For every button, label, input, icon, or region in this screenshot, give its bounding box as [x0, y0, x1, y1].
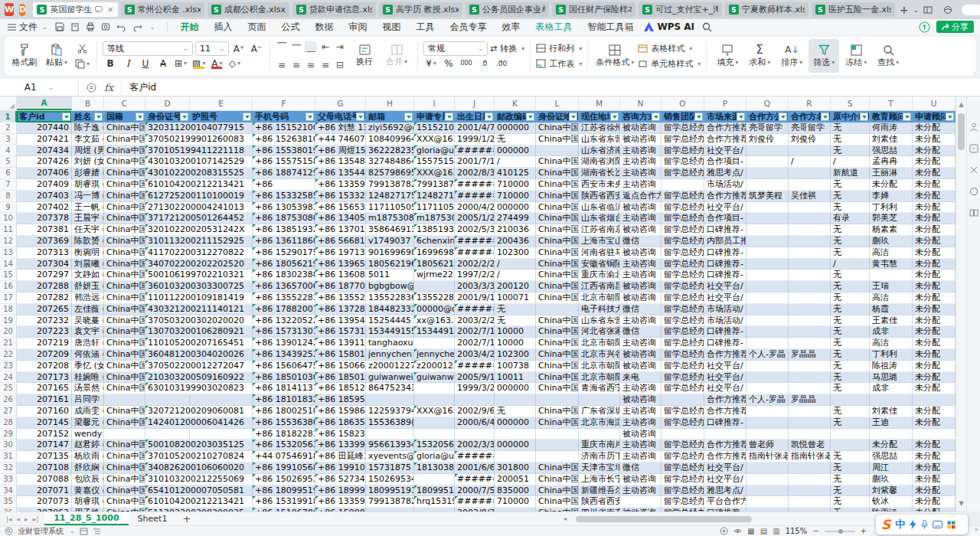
row-number[interactable]: 29 — [0, 429, 17, 440]
rows-columns-button[interactable]: 行和列▾ — [536, 41, 582, 56]
filter-dropdown-icon[interactable] — [305, 113, 314, 121]
grid-cell[interactable]: China中国 — [536, 338, 579, 349]
grid-cell[interactable]: 主动咨询 — [620, 145, 662, 157]
grid-cell[interactable] — [746, 213, 789, 224]
grid-cell[interactable]: 高洁 — [870, 293, 913, 304]
grid-cell[interactable] — [746, 406, 789, 417]
grid-cell[interactable]: 360103200303300725 — [145, 281, 190, 293]
grid-cell[interactable] — [746, 361, 789, 372]
grid-cell[interactable]: +86 15536380 — [253, 417, 315, 429]
grid-cell[interactable]: 799138782 — [414, 179, 455, 191]
grid-cell[interactable] — [579, 394, 620, 406]
currency-icon[interactable]: ¥▾ — [423, 56, 439, 70]
grid-cell[interactable]: 10000 — [495, 326, 536, 338]
decrease-decimal-icon[interactable]: .0⃗0 — [494, 56, 509, 70]
grid-cell[interactable]: +86 1580156591 — [315, 349, 366, 361]
grid-cell[interactable]: 710000 — [495, 496, 536, 508]
layout-mode-icon[interactable] — [922, 4, 934, 16]
row-number[interactable]: 13 — [0, 247, 17, 259]
grid-cell[interactable]: +86 15026953 — [253, 474, 315, 485]
grid-cell[interactable]: 天津市宝坻 — [579, 462, 620, 474]
grid-cell[interactable]: 留学总经办 — [662, 191, 704, 202]
grid-cell[interactable] — [746, 281, 789, 293]
grid-cell[interactable] — [145, 429, 190, 440]
grid-cell[interactable]: +86 1533258500 — [315, 191, 366, 202]
grid-cell[interactable]: China中国 — [536, 202, 579, 214]
grid-cell[interactable]: 2003/2/2 — [455, 315, 495, 327]
table-style-button[interactable]: 表格样式▾ — [638, 41, 701, 56]
grid-cell[interactable]: 未分配 — [913, 496, 956, 508]
grid-cell[interactable]: China中国 — [104, 168, 145, 179]
grid-cell[interactable]: 被动咨询 — [620, 429, 662, 440]
grid-cell[interactable]: 彭睿婧 (女 — [72, 168, 104, 179]
filter-dropdown-icon[interactable] — [445, 113, 453, 121]
grid-cell[interactable]: 山东省东营 — [579, 315, 620, 327]
row-number[interactable]: 28 — [0, 417, 17, 429]
grid-cell[interactable]: +86 13053983 — [253, 202, 315, 214]
grid-cell[interactable]: 韩浩远 (男 — [72, 293, 104, 304]
grid-cell[interactable]: 无 — [831, 281, 870, 293]
grid-cell[interactable]: XXX@163. — [414, 168, 455, 179]
grid-cell[interactable]: 成非 — [870, 383, 913, 394]
row-number[interactable]: 26 — [0, 394, 17, 406]
grid-cell[interactable]: 王晨宇 (男 — [72, 213, 104, 224]
grid-cell[interactable]: China中国 — [104, 259, 145, 270]
grid-cell[interactable]: +86 18182281 — [253, 429, 315, 440]
header-cell[interactable]: 身份证地址 — [536, 111, 579, 123]
increase-indent-icon[interactable]: ⇥ — [334, 41, 346, 52]
grid-cell[interactable]: 口碑推荐- — [704, 259, 746, 270]
grid-cell[interactable]: 合作方推荐 — [704, 134, 746, 145]
grid-cell[interactable]: 2002/7/16 — [455, 326, 495, 338]
grid-cell[interactable]: 合作项目- — [704, 213, 746, 224]
export-icon[interactable] — [70, 22, 80, 31]
grid-cell[interactable]: 无 — [831, 372, 870, 384]
grid-cell[interactable]: 文静如 (女 — [72, 270, 104, 281]
grid-cell[interactable]: 微信 — [620, 326, 662, 338]
column-header-S[interactable]: S — [831, 96, 870, 110]
grid-cell[interactable]: 340702200202202520 — [145, 259, 190, 270]
ime-collapse-icon[interactable]: « — [974, 525, 978, 533]
menu-tab-数据[interactable]: 数据 — [307, 21, 341, 34]
grid-cell[interactable]: 207152 — [17, 429, 72, 440]
grid-cell[interactable]: 社交平台/ — [704, 474, 746, 485]
grid-cell[interactable]: 370502200012272047 — [145, 361, 190, 372]
tab-list-caret-icon[interactable]: ⌄ — [913, 6, 923, 14]
grid-cell[interactable]: 主动咨询 — [620, 406, 662, 417]
zoom-level[interactable]: 115% — [786, 527, 808, 535]
grid-cell[interactable] — [662, 179, 704, 191]
grid-cell[interactable]: 无 — [831, 338, 870, 349]
grid-cell[interactable]: 207147 — [17, 440, 72, 451]
grid-cell[interactable]: 被动咨询 — [620, 349, 662, 361]
grid-cell[interactable]: 留学总经办 — [662, 123, 704, 134]
grid-cell[interactable]: 150269534 — [366, 474, 414, 485]
grid-cell[interactable]: 主动咨询 — [620, 213, 662, 224]
align-middle-icon[interactable]: ⎻ — [290, 41, 302, 52]
grid-cell[interactable]: China中国 — [536, 179, 579, 191]
grid-cell[interactable]: +86 19910568 — [253, 462, 315, 474]
grid-cell[interactable] — [870, 270, 913, 281]
grid-cell[interactable]: +86 18874129 — [253, 168, 315, 179]
header-cell[interactable]: 姓名 — [72, 111, 104, 123]
grid-cell[interactable]: China中国 — [536, 213, 579, 224]
grid-cell[interactable]: 主动咨询 — [620, 338, 662, 349]
underline-icon[interactable]: U — [138, 56, 153, 70]
grid-cell[interactable]: 上海市长宁 — [579, 474, 620, 485]
grid-cell[interactable]: 青海省西宁 — [579, 383, 620, 394]
grid-cell[interactable]: 马思璐 — [870, 372, 913, 384]
header-cell[interactable]: 邮箱 — [366, 111, 414, 123]
grid-cell[interactable]: +86 1859518772 — [315, 394, 366, 406]
file-tab[interactable]: S宁夏教师样本.xlsx — [725, 2, 808, 17]
grid-cell[interactable]: 留学总经办 — [662, 451, 704, 462]
grid-cell[interactable]: China中国 — [536, 474, 579, 485]
format-painter-button[interactable]: 格式刷 — [9, 39, 40, 73]
increase-decimal-icon[interactable]: .0⃖ — [476, 56, 492, 70]
grid-cell[interactable]: 未分配 — [913, 191, 956, 202]
grid-cell[interactable]: 未分配 — [913, 213, 956, 224]
column-header-K[interactable]: K — [495, 96, 536, 110]
vertical-scrollbar[interactable]: ▲ ▼ — [956, 96, 966, 511]
grid-cell[interactable]: China中国 — [104, 406, 145, 417]
grid-cell[interactable]: China中国 — [104, 440, 145, 451]
header-cell[interactable]: 护照号 — [190, 111, 253, 123]
grid-cell[interactable]: China中国 — [104, 338, 145, 349]
grid-cell[interactable]: 未分配 — [913, 270, 956, 281]
